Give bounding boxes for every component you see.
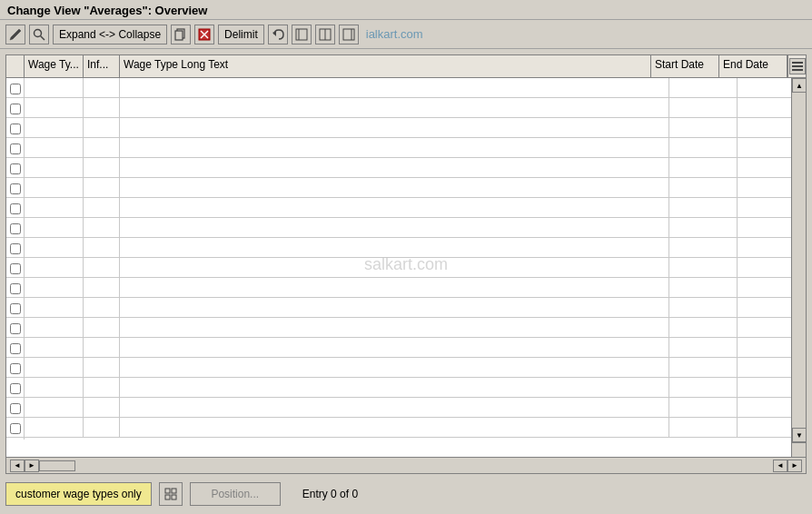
table-row[interactable]	[6, 318, 806, 338]
row-checkbox[interactable]	[6, 218, 25, 240]
row-checkbox[interactable]	[6, 398, 25, 420]
table-row[interactable]	[6, 298, 806, 318]
h-scroll-thumb[interactable]	[39, 460, 75, 471]
row-checkbox[interactable]	[6, 278, 25, 300]
table-row[interactable]	[6, 238, 806, 258]
nav3-button[interactable]	[339, 25, 359, 44]
table-row[interactable]	[6, 78, 806, 98]
table-row[interactable]	[6, 218, 806, 238]
cell-inf	[84, 98, 120, 117]
table-row[interactable]	[6, 198, 806, 218]
row-select-checkbox[interactable]	[10, 143, 21, 154]
row-checkbox[interactable]	[6, 138, 25, 160]
row-select-checkbox[interactable]	[10, 383, 21, 394]
row-checkbox[interactable]	[6, 258, 25, 280]
row-checkbox[interactable]	[6, 318, 25, 340]
row-select-checkbox[interactable]	[10, 403, 21, 414]
row-select-checkbox[interactable]	[10, 203, 21, 214]
row-select-checkbox[interactable]	[10, 124, 21, 134]
cell-inf	[84, 358, 120, 377]
row-checkbox[interactable]	[6, 78, 25, 100]
cell-wage-type	[25, 378, 84, 397]
table-row[interactable]	[6, 98, 806, 118]
scroll-right-prev[interactable]: ►	[25, 460, 39, 472]
pen-tool-button[interactable]	[5, 25, 25, 44]
row-checkbox[interactable]	[6, 378, 25, 400]
row-select-checkbox[interactable]	[10, 263, 21, 274]
row-select-checkbox[interactable]	[10, 423, 21, 434]
cell-wage-long-text	[120, 238, 669, 257]
undo-button[interactable]	[268, 25, 288, 44]
customer-wage-types-button[interactable]: customer wage types only	[5, 482, 152, 506]
row-select-checkbox[interactable]	[10, 283, 21, 294]
svg-line-1	[41, 35, 45, 40]
row-select-checkbox[interactable]	[10, 343, 21, 354]
table-row[interactable]	[6, 378, 806, 398]
row-select-checkbox[interactable]	[10, 323, 21, 334]
row-select-checkbox[interactable]	[10, 104, 21, 114]
row-select-checkbox[interactable]	[10, 243, 21, 254]
entry-count: Entry 0 of 0	[302, 488, 358, 500]
table-header: Wage Ty... Inf... Wage Type Long Text St…	[6, 55, 806, 78]
cell-start-date	[669, 98, 738, 117]
table-row[interactable]	[6, 338, 806, 358]
table-row[interactable]	[6, 138, 806, 158]
table-row[interactable]	[6, 278, 806, 298]
scroll-down-button[interactable]: ▼	[792, 428, 806, 442]
row-checkbox[interactable]	[6, 338, 25, 360]
row-checkbox[interactable]	[6, 238, 25, 260]
table-body: ▲ ▼	[6, 78, 806, 457]
cell-inf	[84, 198, 120, 217]
cell-wage-long-text	[120, 418, 669, 437]
row-checkbox[interactable]	[6, 158, 25, 180]
search-button[interactable]	[29, 25, 49, 44]
row-checkbox[interactable]	[6, 198, 25, 220]
delimit-button[interactable]: Delimit	[218, 25, 264, 44]
cell-wage-long-text	[120, 218, 669, 237]
scroll-left-end[interactable]: ◄	[773, 460, 787, 472]
cell-wage-type	[25, 278, 84, 297]
table-row[interactable]	[6, 158, 806, 178]
row-select-checkbox[interactable]	[10, 84, 21, 94]
row-checkbox[interactable]	[6, 358, 25, 380]
footer-bar: customer wage types only Position... Ent…	[5, 479, 807, 509]
row-checkbox[interactable]	[6, 178, 25, 200]
search-icon	[33, 28, 45, 41]
position-button[interactable]: Position...	[190, 482, 281, 506]
scroll-right-end[interactable]: ►	[787, 460, 802, 472]
row-select-checkbox[interactable]	[10, 363, 21, 374]
row-checkbox[interactable]	[6, 98, 25, 120]
column-config-icon[interactable]	[789, 58, 806, 74]
table-row[interactable]	[6, 258, 806, 278]
table-row[interactable]	[6, 178, 806, 198]
cell-inf	[84, 238, 120, 257]
col-header-icon[interactable]	[787, 55, 806, 77]
copy-button[interactable]	[171, 25, 191, 44]
nav1-button[interactable]	[292, 25, 312, 44]
row-select-checkbox[interactable]	[10, 223, 21, 234]
footer-grid-icon	[164, 488, 177, 500]
scroll-left-button[interactable]: ◄	[10, 460, 25, 472]
cell-inf	[84, 218, 120, 237]
row-checkbox[interactable]	[6, 298, 25, 320]
row-select-checkbox[interactable]	[10, 183, 21, 194]
cell-start-date	[669, 178, 738, 197]
row-select-checkbox[interactable]	[10, 303, 21, 314]
delete-button[interactable]	[194, 25, 214, 44]
footer-icon-button[interactable]	[159, 482, 183, 506]
vertical-scrollbar[interactable]: ▲ ▼	[791, 78, 806, 442]
scroll-up-button[interactable]: ▲	[792, 78, 806, 93]
row-checkbox[interactable]	[6, 118, 25, 140]
row-checkbox[interactable]	[6, 418, 25, 440]
expand-collapse-button[interactable]: Expand <-> Collapse	[53, 25, 167, 44]
copy-icon	[174, 28, 187, 41]
table-row[interactable]	[6, 398, 806, 418]
table-row[interactable]	[6, 418, 806, 438]
window-title: Change View "Averages": Overview	[7, 4, 207, 17]
cell-start-date	[669, 318, 738, 337]
table-row[interactable]	[6, 118, 806, 138]
nav2-button[interactable]	[315, 25, 335, 44]
table-row[interactable]	[6, 358, 806, 378]
scroll-track-vertical[interactable]	[792, 93, 806, 428]
row-select-checkbox[interactable]	[10, 163, 21, 174]
